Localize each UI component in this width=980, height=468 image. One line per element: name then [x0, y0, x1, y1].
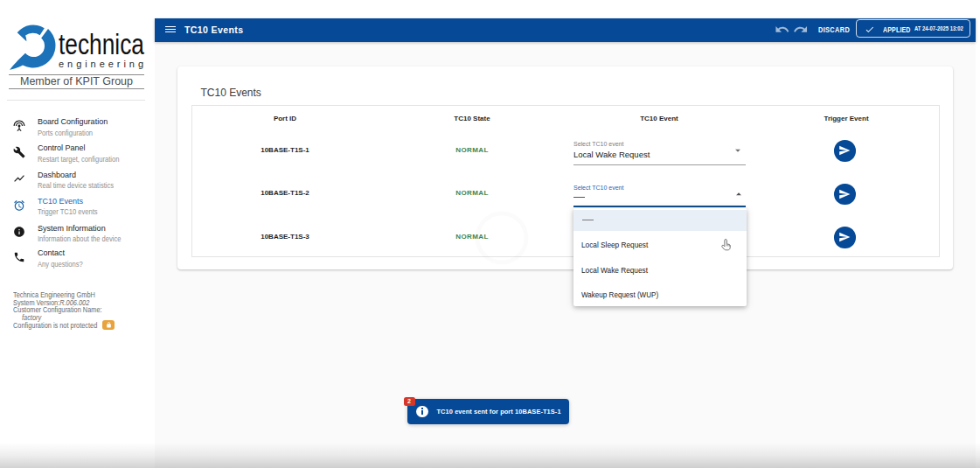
- svg-text:engineering: engineering: [59, 59, 143, 69]
- svg-text:technica: technica: [59, 30, 144, 59]
